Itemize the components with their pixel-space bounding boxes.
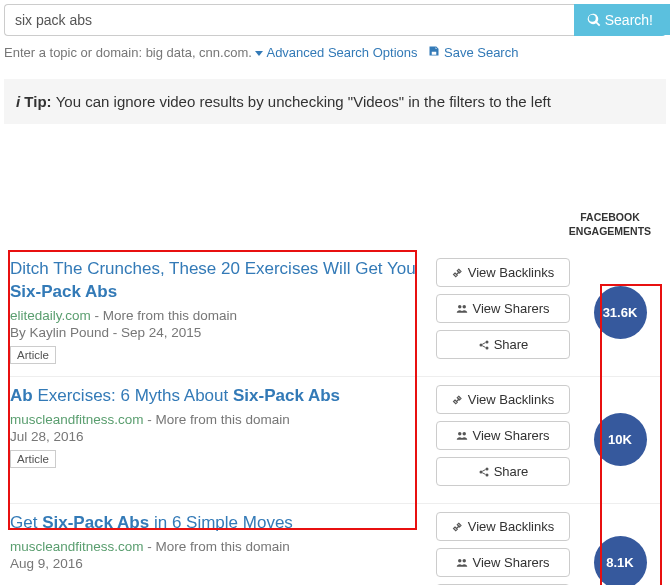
info-icon: i xyxy=(16,93,20,110)
article-tag: Article xyxy=(10,346,56,364)
svg-point-6 xyxy=(463,432,466,435)
result-title[interactable]: Get Six-Pack Abs in 6 Simple Moves xyxy=(10,512,418,535)
tip-banner: i Tip: You can ignore video results by u… xyxy=(4,79,666,124)
svg-point-9 xyxy=(485,474,488,477)
link-icon xyxy=(452,394,464,406)
search-button[interactable]: Search! xyxy=(574,4,666,36)
share-button[interactable]: Share xyxy=(436,457,570,486)
view-backlinks-button[interactable]: View Backlinks xyxy=(436,258,570,287)
result-domain[interactable]: elitedaily.com xyxy=(10,308,91,323)
svg-point-2 xyxy=(479,344,482,347)
svg-point-10 xyxy=(458,559,461,562)
view-sharers-button[interactable]: View Sharers xyxy=(436,421,570,450)
result-row: Ditch The Crunches, These 20 Exercises W… xyxy=(8,250,662,377)
result-byline: By Kaylin Pound - Sep 24, 2015 xyxy=(10,325,418,340)
result-row: Get Six-Pack Abs in 6 Simple Moves muscl… xyxy=(8,504,662,585)
hint-text: Enter a topic or domain: big data, cnn.c… xyxy=(4,45,255,60)
engagement-bubble: 10K xyxy=(594,413,647,466)
share-button[interactable]: Share xyxy=(436,330,570,359)
engagement-bubble: 31.6K xyxy=(594,286,647,339)
search-button-label: Search! xyxy=(605,12,653,28)
link-icon xyxy=(452,267,464,279)
view-backlinks-button[interactable]: View Backlinks xyxy=(436,385,570,414)
share-icon xyxy=(478,466,490,478)
more-from-domain[interactable]: - More from this domain xyxy=(91,308,237,323)
svg-point-3 xyxy=(485,341,488,344)
svg-point-8 xyxy=(485,468,488,471)
svg-point-0 xyxy=(458,305,461,308)
result-domain[interactable]: muscleandfitness.com xyxy=(10,412,144,427)
users-icon xyxy=(456,557,468,569)
more-from-domain[interactable]: - More from this domain xyxy=(144,539,290,554)
search-hints: Enter a topic or domain: big data, cnn.c… xyxy=(0,36,670,60)
side-button-fragment[interactable] xyxy=(660,4,670,35)
share-icon xyxy=(478,339,490,351)
result-byline: Jul 28, 2016 xyxy=(10,429,418,444)
result-row: Ab Exercises: 6 Myths About Six-Pack Abs… xyxy=(8,377,662,504)
save-search-link[interactable]: Save Search xyxy=(428,45,518,60)
result-domain[interactable]: muscleandfitness.com xyxy=(10,539,144,554)
users-icon xyxy=(456,303,468,315)
link-icon xyxy=(452,521,464,533)
more-from-domain[interactable]: - More from this domain xyxy=(144,412,290,427)
svg-point-11 xyxy=(463,559,466,562)
svg-point-4 xyxy=(485,347,488,350)
view-backlinks-button[interactable]: View Backlinks xyxy=(436,512,570,541)
results-list: Ditch The Crunches, These 20 Exercises W… xyxy=(8,250,662,585)
users-icon xyxy=(456,430,468,442)
chevron-down-icon xyxy=(255,51,263,56)
search-icon xyxy=(587,13,601,27)
result-title[interactable]: Ab Exercises: 6 Myths About Six-Pack Abs xyxy=(10,385,418,408)
view-sharers-button[interactable]: View Sharers xyxy=(436,294,570,323)
article-tag: Article xyxy=(10,450,56,468)
result-byline: Aug 9, 2016 xyxy=(10,556,418,571)
svg-point-7 xyxy=(479,471,482,474)
search-input[interactable] xyxy=(4,4,574,36)
advanced-search-link[interactable]: Advanced Search Options xyxy=(255,45,417,60)
engagements-header: FACEBOOK ENGAGEMENTS xyxy=(560,210,660,238)
view-sharers-button[interactable]: View Sharers xyxy=(436,548,570,577)
result-title[interactable]: Ditch The Crunches, These 20 Exercises W… xyxy=(10,258,418,304)
save-icon xyxy=(428,45,440,57)
svg-point-1 xyxy=(463,305,466,308)
engagement-bubble: 8.1K xyxy=(594,536,647,585)
svg-point-5 xyxy=(458,432,461,435)
